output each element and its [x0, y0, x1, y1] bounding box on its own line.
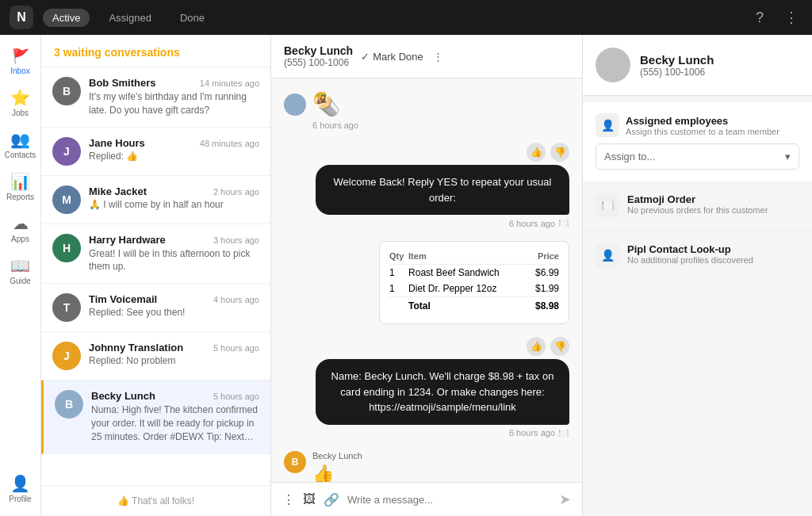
msg-incoming-emoji: 🌯 6 hours ago [284, 91, 569, 130]
conv-preview: Replied: 👍 [89, 151, 259, 162]
pipl-icon: 👤 [596, 243, 619, 267]
row-item: Diet Dr. Pepper 12oz [408, 281, 528, 297]
link-icon[interactable]: 🔗 [324, 492, 339, 507]
thumbup-button[interactable]: 👍 [527, 337, 546, 356]
conv-name: Johnny Translation [89, 342, 183, 354]
col-item: Item [408, 251, 528, 265]
pipl-info: Pipl Contact Look-up No additional profi… [627, 243, 753, 265]
image-attach-icon[interactable]: 🖼 [303, 492, 316, 507]
chat-contact-phone: (555) 100-1006 [284, 57, 353, 68]
msg-avatar: B [284, 451, 306, 473]
sidebar-item-reports[interactable]: 📊 Reports [0, 166, 40, 208]
conv-item-becky[interactable]: B Becky Lunch 5 hours ago Numa: High fiv… [41, 380, 270, 453]
contacts-icon: 👥 [10, 130, 30, 149]
conv-items-list: B Bob Smithers 14 minutes ago It's my wi… [41, 67, 270, 485]
section-header: 👤 Assigned employees Assign this custome… [596, 113, 799, 137]
conv-body: Tim Voicemail 4 hours ago Replied: See y… [89, 293, 259, 318]
conv-item-jane[interactable]: J Jane Hours 48 minutes ago Replied: 👍 [41, 128, 270, 176]
conv-name: Jane Hours [89, 137, 145, 149]
conv-item-bob[interactable]: B Bob Smithers 14 minutes ago It's my wi… [41, 67, 270, 128]
eatmoji-icon: 🍽️ [558, 428, 569, 438]
row-item: Roast Beef Sandwich [408, 265, 528, 281]
table-row: 1 Diet Dr. Pepper 12oz $1.99 [389, 281, 559, 297]
total-label: Total [408, 297, 528, 315]
thumbdown-button[interactable]: 👎 [550, 337, 569, 356]
profile-icon: 👤 [10, 474, 30, 493]
nav-tab-assigned[interactable]: Assigned [99, 9, 160, 27]
sidebar-label-profile: Profile [9, 495, 31, 503]
avatar: J [52, 342, 81, 370]
assigned-employees-section: 👤 Assigned employees Assign this custome… [583, 102, 812, 181]
sidebar-item-inbox[interactable]: 🚩 Inbox [0, 41, 40, 82]
col-qty: Qty [389, 251, 408, 265]
eatmoji-subtitle: No previous orders for this customer [627, 205, 768, 215]
sidebar-label-apps: Apps [11, 235, 29, 243]
right-panel: Becky Lunch (555) 100-1006 👤 Assigned em… [582, 35, 812, 516]
conv-preview: Replied: No problem [89, 355, 259, 366]
thumbup-button[interactable]: 👍 [527, 143, 546, 162]
sidebar-item-apps[interactable]: ☁ Apps [0, 208, 40, 250]
conv-body: Mike Jacket 2 hours ago 🙏 I will come by… [89, 185, 259, 210]
avatar: T [52, 293, 81, 322]
row-price: $1.99 [528, 281, 559, 297]
mark-done-label: Mark Done [373, 51, 423, 63]
more-options-icon[interactable]: ⋮ [282, 492, 295, 507]
apps-icon: ☁ [13, 214, 29, 233]
conv-preview: Replied: See you then! [89, 307, 259, 318]
conv-item-harry[interactable]: H Harry Hardware 3 hours ago Great! I wi… [41, 224, 270, 285]
conv-item-johnny[interactable]: J Johnny Translation 5 hours ago Replied… [41, 332, 270, 380]
sidebar-item-contacts[interactable]: 👥 Contacts [0, 124, 40, 166]
sidebar-label-reports: Reports [6, 193, 34, 201]
send-button[interactable]: ➤ [559, 491, 571, 508]
conv-item-tim[interactable]: T Tim Voicemail 4 hours ago Replied: See… [41, 284, 270, 332]
chat-header-actions: ✓ Mark Done ⋮ [361, 51, 443, 63]
msg-timestamp: 6 hours ago 🍽️ [509, 428, 569, 438]
inbox-icon: 🚩 [12, 48, 29, 65]
eatmoji-order-section: 🍽️ Eatmoji Order No previous orders for … [583, 181, 812, 231]
chat-messages: 🌯 6 hours ago 👍 👎 Welcome Back! Reply YE… [271, 78, 582, 482]
help-icon[interactable]: ? [749, 6, 771, 29]
more-icon[interactable]: ⋮ [780, 6, 802, 29]
sidebar-item-guide[interactable]: 📖 Guide [0, 250, 40, 292]
msg-outgoing-welcome: 👍 👎 Welcome Back! Reply YES to repeat yo… [284, 143, 569, 228]
sidebar-item-profile[interactable]: 👤 Profile [0, 468, 40, 510]
pipl-subtitle: No additional profiles discovered [627, 255, 753, 265]
conv-body: Becky Lunch 5 hours ago Numa: High five!… [91, 390, 259, 443]
conv-body: Jane Hours 48 minutes ago Replied: 👍 [89, 137, 259, 162]
jobs-icon: ⭐ [10, 88, 30, 107]
msg-sender-name: Becky Lunch [312, 451, 362, 461]
message-input[interactable] [347, 494, 551, 506]
order-card-container: Qty Item Price 1 Roast Beef Sandwich $6.… [284, 241, 569, 324]
eatmoji-info: Eatmoji Order No previous orders for thi… [627, 193, 768, 215]
assign-dropdown[interactable]: Assign to... ▾ [596, 143, 799, 170]
waiting-count: 3 [54, 46, 60, 59]
row-price: $6.99 [528, 265, 559, 281]
sidebar-label-contacts: Contacts [5, 151, 36, 159]
msg-bubble: Name: Becky Lunch. We'll charge $8.98 + … [316, 359, 569, 425]
mark-done-button[interactable]: ✓ Mark Done [361, 51, 423, 63]
conv-time: 4 hours ago [213, 295, 259, 304]
thumbdown-button[interactable]: 👎 [550, 143, 569, 162]
conv-item-mike[interactable]: M Mike Jacket 2 hours ago 🙏 I will come … [41, 176, 270, 224]
conv-preview: Numa: High five! The kitchen confirmed y… [91, 403, 259, 443]
chat-input-area: ⋮ 🖼 🔗 ➤ [271, 482, 582, 516]
reports-icon: 📊 [10, 172, 30, 191]
waiting-label: waiting conversations [63, 46, 180, 59]
msg-emoji: 👍 [312, 464, 334, 483]
avatar: B [52, 77, 81, 105]
sidebar-item-jobs[interactable]: ⭐ Jobs [0, 82, 40, 124]
sidebar-label-guide: Guide [10, 277, 31, 285]
input-icons: ⋮ 🖼 🔗 [282, 492, 339, 507]
conv-name: Tim Voicemail [89, 293, 157, 305]
conv-preview: It's my wife's birthday and I'm running … [89, 90, 259, 117]
more-options-icon[interactable]: ⋮ [433, 51, 443, 63]
avatar: B [55, 390, 83, 419]
conv-time: 48 minutes ago [200, 139, 259, 148]
nav-tab-active[interactable]: Active [43, 9, 90, 27]
dropdown-chevron-icon: ▾ [785, 151, 791, 162]
pipl-title: Pipl Contact Look-up [627, 243, 753, 255]
contact-avatar [596, 48, 630, 82]
nav-tab-done[interactable]: Done [170, 9, 214, 27]
conv-name: Bob Smithers [89, 77, 156, 89]
conv-list-header: 3 waiting conversations [41, 35, 270, 67]
